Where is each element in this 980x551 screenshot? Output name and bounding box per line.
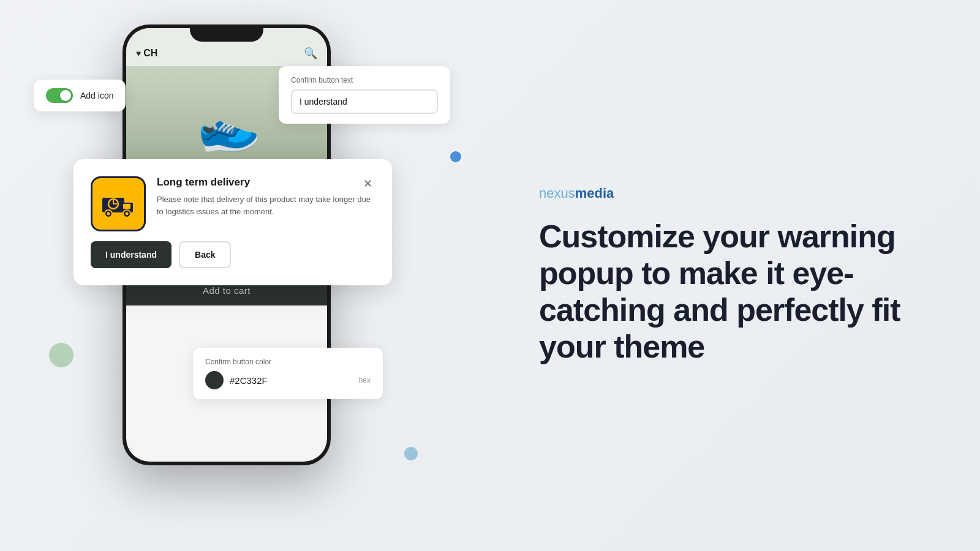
delivery-truck-icon (100, 186, 137, 222)
confirm-button[interactable]: I understand (91, 241, 172, 268)
hex-label: hex (359, 376, 371, 384)
warning-popup-header: Long term delivery ✕ Please note that de… (91, 176, 375, 231)
main-headline: Customize your warning popup to make it … (539, 219, 919, 365)
svg-rect-2 (123, 204, 130, 209)
phone-logo-text: CH (143, 48, 157, 59)
warning-popup: Long term delivery ✕ Please note that de… (74, 159, 392, 285)
warning-buttons: I understand Back (91, 241, 375, 268)
color-swatch[interactable] (205, 371, 224, 389)
confirm-text-input[interactable] (291, 89, 438, 114)
add-icon-toggle[interactable] (46, 88, 73, 103)
add-icon-card: Add icon (34, 80, 126, 111)
confirm-color-label: Confirm button color (205, 358, 371, 366)
confirm-color-card: Confirm button color #2C332F hex (193, 348, 383, 399)
close-button[interactable]: ✕ (360, 176, 375, 191)
sneaker-emoji: 👟 (190, 92, 264, 163)
brand-media: media (575, 186, 614, 201)
left-section: ♥ CH 🔍 👟 Kids sneakers $125.99 Sale $155… (0, 0, 478, 551)
confirm-text-label: Confirm button text (291, 76, 438, 84)
heart-icon: ♥ (136, 48, 141, 58)
phone-logo: ♥ CH (136, 48, 157, 59)
phone-search-icon[interactable]: 🔍 (304, 47, 317, 60)
phone-notch (190, 24, 263, 42)
brand-logo: nexusmedia (539, 186, 919, 201)
confirm-text-card: Confirm button text (279, 66, 450, 124)
warning-description: Please note that delivery of this produc… (157, 193, 375, 217)
right-section: nexusmedia Customize your warning popup … (478, 0, 980, 551)
toggle-track (46, 88, 73, 103)
brand-nexus: nexus (539, 186, 575, 201)
warning-text-area: Long term delivery ✕ Please note that de… (157, 176, 375, 217)
toggle-thumb (60, 90, 71, 101)
back-button[interactable]: Back (179, 241, 231, 268)
warning-icon-box (91, 176, 146, 231)
add-icon-label: Add icon (80, 91, 113, 100)
color-hex-value: #2C332F (230, 375, 353, 386)
color-row: #2C332F hex (205, 371, 371, 389)
svg-point-4 (107, 212, 110, 216)
warning-title: Long term delivery (157, 176, 250, 189)
svg-point-6 (126, 212, 129, 216)
